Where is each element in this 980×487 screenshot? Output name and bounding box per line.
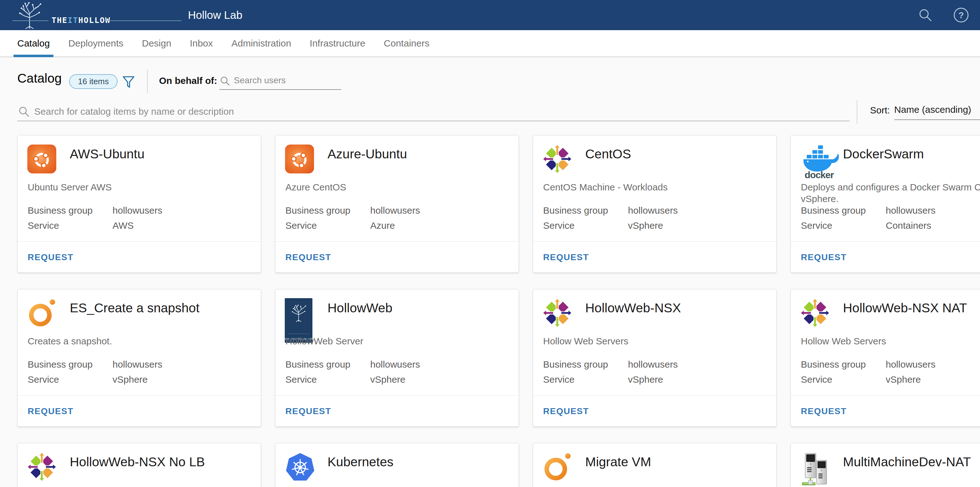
card-business-group-label: Business group	[28, 359, 93, 370]
card-business-group-value: hollowusers	[886, 359, 935, 370]
brand-tree-icon	[14, 1, 45, 29]
card-title: AWS-Ubuntu	[70, 147, 145, 162]
card-service-value: vSphere	[628, 374, 663, 385]
card-footer-divider	[275, 241, 519, 242]
catalog-card[interactable]: CentOSCentOS Machine - WorkloadsBusiness…	[533, 135, 776, 273]
centos-icon	[542, 144, 572, 175]
card-description: Hollow Web Servers	[543, 335, 768, 347]
catalog-card[interactable]: KubernetesREQUEST	[275, 443, 519, 487]
main-content: Catalog 16 items On behalf of: Sort: Nam…	[0, 58, 980, 487]
sort-select[interactable]: Name (ascending)	[894, 101, 980, 120]
catalog-card[interactable]: docker DockerSwarmDeploys and configures…	[791, 135, 980, 273]
card-service-label: Service	[801, 220, 832, 231]
request-button[interactable]: REQUEST	[543, 406, 589, 416]
card-business-group-label: Business group	[28, 205, 93, 216]
card-footer-divider	[275, 395, 519, 396]
card-description: Azure CentOS	[285, 181, 511, 193]
card-service-value: AWS	[113, 220, 134, 231]
user-search-field	[220, 71, 341, 90]
header-search-icon[interactable]	[918, 8, 933, 23]
card-service-label: Service	[285, 220, 317, 231]
catalog-card[interactable]: HollowWeb-NSXHollow Web ServersBusiness …	[533, 289, 776, 427]
card-service-value: vSphere	[628, 220, 663, 231]
card-business-group-label: Business group	[801, 359, 866, 370]
card-title: HollowWeb-NSX No LB	[70, 455, 205, 470]
vro-icon	[27, 298, 57, 330]
card-title: HollowWeb-NSX	[585, 301, 681, 316]
card-business-group-label: Business group	[801, 205, 866, 216]
user-search-input[interactable]	[234, 73, 337, 87]
card-service-value: vSphere	[113, 374, 148, 385]
catalog-card[interactable]: Migrate VMREQUEST	[533, 443, 776, 487]
catalog-grid: AWS-UbuntuUbuntu Server AWSBusiness grou…	[17, 135, 980, 487]
request-button[interactable]: REQUEST	[285, 406, 331, 416]
filter-icon[interactable]	[122, 75, 135, 89]
card-business-group-value: hollowusers	[113, 205, 162, 216]
request-button[interactable]: REQUEST	[543, 252, 589, 262]
card-business-group-value: hollowusers	[113, 359, 162, 370]
card-service-label: Service	[28, 374, 59, 385]
card-service-value: Containers	[886, 220, 931, 231]
catalog-card[interactable]: MultiMachineDev-NATREQUEST	[791, 443, 980, 487]
catalog-card[interactable]: AWS-UbuntuUbuntu Server AWSBusiness grou…	[17, 135, 261, 273]
card-business-group-label: Business group	[543, 205, 608, 216]
tab-deployments[interactable]: Deployments	[68, 30, 123, 57]
help-icon[interactable]: ?	[953, 7, 969, 23]
brand-wordmark: THEITHOLLOW	[51, 16, 111, 25]
card-title: CentOS	[585, 147, 631, 162]
app-header: THEITHOLLOW Hollow Lab ?	[0, 0, 980, 30]
catalog-card[interactable]: HollowWeb-NSX No LBREQUEST	[17, 443, 261, 487]
search-icon	[220, 76, 230, 86]
tab-design[interactable]: Design	[142, 30, 171, 57]
catalog-search-field	[17, 102, 850, 121]
card-business-group-value: hollowusers	[370, 205, 420, 216]
card-service-label: Service	[543, 220, 574, 231]
card-title: DockerSwarm	[843, 147, 924, 162]
tab-catalog[interactable]: Catalog	[17, 30, 50, 57]
sort-divider	[857, 100, 858, 124]
nav-tabs: CatalogDeploymentsDesignInboxAdministrat…	[17, 30, 430, 57]
page-title: Catalog	[17, 71, 62, 86]
card-description: Ubuntu Server AWS	[28, 181, 253, 193]
catalog-card[interactable]: WWW.THEITHOLLOW.COM HollowWebHollowWeb S…	[275, 289, 519, 427]
card-business-group-label: Business group	[285, 205, 350, 216]
request-button[interactable]: REQUEST	[28, 406, 73, 416]
card-description: Deploys and configures a Docker Swarm Cl…	[801, 181, 980, 205]
on-behalf-label: On behalf of:	[159, 75, 217, 86]
catalog-card[interactable]: ES_Create a snapshotCreates a snapshot.B…	[17, 289, 261, 427]
card-footer-divider	[533, 395, 776, 396]
toolbar-divider	[147, 70, 148, 93]
request-button[interactable]: REQUEST	[285, 252, 331, 262]
search-icon	[19, 106, 30, 117]
svg-text:?: ?	[958, 10, 964, 20]
tab-infrastructure[interactable]: Infrastructure	[310, 30, 365, 57]
brand-rule-right	[104, 21, 182, 21]
tab-inbox[interactable]: Inbox	[190, 30, 213, 57]
multimachine-icon	[800, 452, 834, 487]
card-description: HollowWeb Server	[285, 335, 511, 347]
request-button[interactable]: REQUEST	[28, 252, 73, 262]
app-window: THEITHOLLOW Hollow Lab ? CatalogDeployme…	[0, 0, 980, 487]
card-footer-divider	[791, 241, 980, 242]
centos-icon	[800, 298, 830, 329]
card-description: Creates a snapshot.	[28, 335, 253, 347]
card-footer-divider	[791, 395, 980, 396]
catalog-search-input[interactable]	[34, 104, 839, 119]
card-business-group-label: Business group	[285, 359, 350, 370]
tab-administration[interactable]: Administration	[231, 30, 291, 57]
card-title: Kubernetes	[328, 455, 393, 470]
centos-icon	[27, 452, 57, 483]
card-service-value: Azure	[370, 220, 395, 231]
card-title: ES_Create a snapshot	[70, 301, 200, 316]
request-button[interactable]: REQUEST	[801, 406, 847, 416]
tab-containers[interactable]: Containers	[384, 30, 430, 57]
catalog-card[interactable]: HollowWeb-NSX NATHollow Web ServersBusin…	[791, 289, 980, 427]
sort-label: Sort:	[870, 105, 890, 116]
card-description: Hollow Web Servers	[801, 335, 980, 347]
catalog-card[interactable]: Azure-UbuntuAzure CentOSBusiness groupho…	[275, 135, 519, 273]
request-button[interactable]: REQUEST	[801, 252, 847, 262]
card-title: Migrate VM	[585, 455, 651, 470]
item-count-badge: 16 items	[69, 74, 118, 89]
main-nav: CatalogDeploymentsDesignInboxAdministrat…	[0, 30, 980, 57]
docker-icon: docker	[800, 144, 839, 181]
